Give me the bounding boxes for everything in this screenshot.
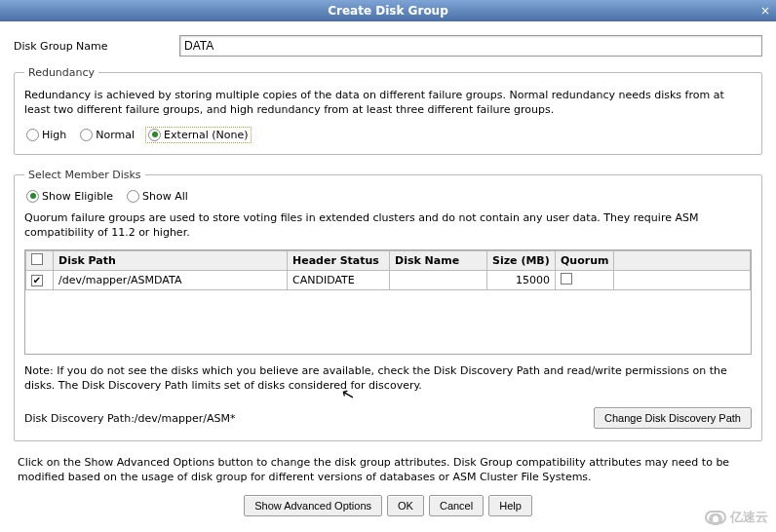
redundancy-group: Redundancy Redundancy is achieved by sto… <box>14 66 762 155</box>
row-quorum[interactable] <box>556 271 614 290</box>
redundancy-high-label: High <box>42 129 66 141</box>
row-size-mb: 15000 <box>487 271 556 290</box>
table-row[interactable]: /dev/mapper/ASMDATA CANDIDATE 15000 <box>26 271 751 290</box>
redundancy-normal-label: Normal <box>96 129 135 141</box>
col-quorum[interactable]: Quorum <box>556 251 614 271</box>
show-eligible-label: Show Eligible <box>42 190 113 203</box>
col-disk-path[interactable]: Disk Path <box>54 251 288 271</box>
select-all-header[interactable] <box>26 251 54 271</box>
show-all-label: Show All <box>142 190 188 203</box>
watermark-logo-icon <box>705 511 726 524</box>
discovery-path-value: /dev/mapper/ASM* <box>135 412 236 425</box>
radio-icon <box>148 129 161 141</box>
discovery-path: Disk Discovery Path:/dev/mapper/ASM* <box>24 412 235 425</box>
close-icon[interactable]: × <box>760 0 770 21</box>
dialog-content: Disk Group Name Redundancy Redundancy is… <box>0 21 776 524</box>
disk-group-name-label: Disk Group Name <box>14 40 179 53</box>
radio-icon <box>26 129 39 141</box>
disk-table-container: Disk Path Header Status Disk Name Size (… <box>24 249 752 355</box>
help-button[interactable]: Help <box>488 495 532 516</box>
redundancy-description: Redundancy is achieved by storing multip… <box>24 89 752 118</box>
checkbox-icon <box>31 275 43 286</box>
show-all-radio[interactable]: Show All <box>125 189 190 204</box>
redundancy-high-radio[interactable]: High <box>24 128 68 142</box>
show-eligible-radio[interactable]: Show Eligible <box>24 189 115 204</box>
disk-table: Disk Path Header Status Disk Name Size (… <box>25 250 751 290</box>
col-size-mb[interactable]: Size (MB) <box>487 251 556 271</box>
redundancy-legend: Redundancy <box>24 66 98 79</box>
show-advanced-options-button[interactable]: Show Advanced Options <box>244 495 382 516</box>
row-spacer <box>614 271 751 290</box>
redundancy-external-label: External (None) <box>164 129 248 141</box>
discovery-path-label: Disk Discovery Path: <box>24 412 135 425</box>
footer-text: Click on the Show Advanced Options butto… <box>18 455 758 485</box>
row-checkbox[interactable] <box>26 271 54 290</box>
row-header-status: CANDIDATE <box>288 271 390 290</box>
checkbox-icon <box>561 273 572 285</box>
row-disk-path: /dev/mapper/ASMDATA <box>54 271 288 290</box>
disk-group-name-input[interactable] <box>179 35 762 57</box>
col-disk-name[interactable]: Disk Name <box>390 251 487 271</box>
redundancy-external-radio[interactable]: External (None) <box>146 128 250 142</box>
radio-icon <box>26 190 39 203</box>
member-disks-legend: Select Member Disks <box>24 169 145 181</box>
window-title: Create Disk Group <box>328 4 448 18</box>
col-spacer <box>614 251 751 271</box>
col-header-status[interactable]: Header Status <box>288 251 390 271</box>
redundancy-normal-radio[interactable]: Normal <box>78 128 136 142</box>
row-disk-name[interactable] <box>390 271 487 290</box>
titlebar: Create Disk Group × <box>0 0 776 21</box>
radio-icon <box>80 129 93 141</box>
checkbox-icon <box>31 253 43 265</box>
radio-icon <box>127 190 139 203</box>
change-discovery-path-button[interactable]: Change Disk Discovery Path <box>594 407 752 429</box>
watermark: 亿速云 <box>705 509 768 526</box>
ok-button[interactable]: OK <box>387 495 424 516</box>
quorum-note: Quorum failure groups are used to store … <box>24 211 752 241</box>
member-disks-group: Select Member Disks Show Eligible Show A… <box>14 169 762 441</box>
cancel-button[interactable]: Cancel <box>429 495 484 516</box>
discovery-note: Note: If you do not see the disks which … <box>24 364 752 394</box>
watermark-text: 亿速云 <box>730 509 768 526</box>
